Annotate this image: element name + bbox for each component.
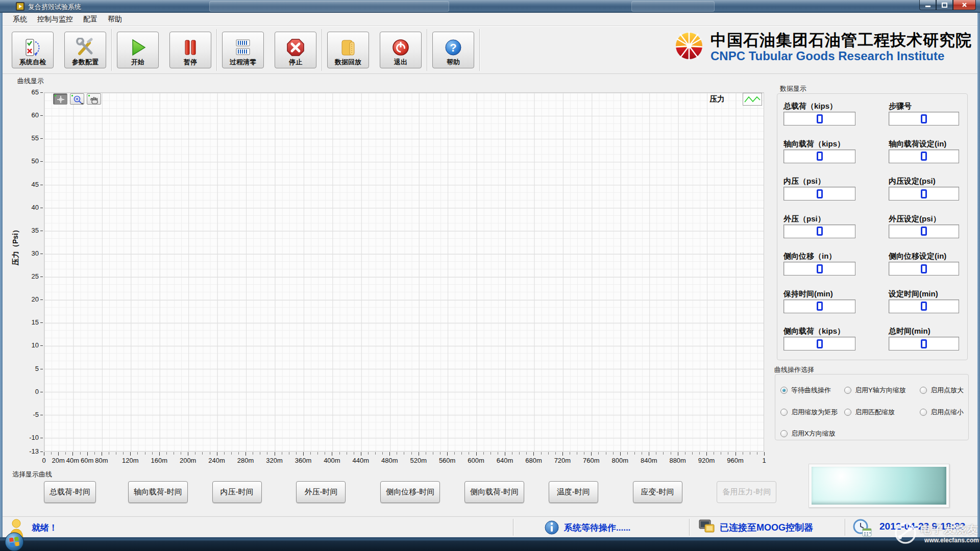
minimize-button[interactable] — [919, 0, 936, 10]
x-tick-label: 800m — [606, 457, 634, 464]
y-tick-mark — [40, 438, 43, 438]
toolbar-button-data-playback-folder[interactable]: 数据回放 — [327, 32, 369, 68]
data-field-label: 侧向位移（in） — [783, 252, 836, 261]
clock-calendar-icon — [851, 518, 874, 540]
cnpc-logo-icon — [673, 30, 705, 62]
radio-option-2[interactable]: 启用Y轴方向缩放 — [844, 386, 906, 395]
x-tick-mark — [562, 452, 563, 456]
x-tick-label: 720m — [548, 457, 577, 464]
taskbar[interactable] — [0, 540, 980, 551]
curve-button-2[interactable]: 轴向载荷-时间 — [128, 481, 188, 503]
self-check-icon — [23, 37, 42, 58]
toolbar-button-start-play[interactable]: 开始 — [117, 32, 159, 68]
app-window: 复合挤毁试验系统 系统控制与监控配置帮助 系统自检参数配置开始暂停过程清零停止数… — [0, 0, 980, 551]
help-question-icon: ? — [444, 37, 463, 58]
toolbar-button-counter-reset[interactable]: 过程清零 — [222, 32, 264, 68]
crosshair-tool-button[interactable] — [53, 93, 67, 105]
menu-item-3[interactable]: 配置 — [78, 13, 103, 26]
toolbar-separator — [427, 29, 427, 71]
x-tick-mark — [476, 452, 477, 456]
data-field-label: 步骤号 — [889, 102, 912, 111]
menu-item-1[interactable]: 系统 — [8, 13, 32, 26]
curve-button-5[interactable]: 侧向位移-时间 — [380, 481, 440, 503]
x-tick-label: 560m — [433, 457, 461, 464]
x-tick-label: 600m — [462, 457, 491, 464]
y-tick-label: 35 — [17, 227, 39, 234]
x-tick-mark — [736, 452, 736, 456]
digital-zero-digit — [817, 189, 823, 198]
x-tick-label: 240m — [203, 457, 231, 464]
radio-label: 启用点缩小 — [930, 408, 964, 417]
radio-label: 启用X方向缩放 — [791, 429, 836, 438]
y-tick-label: 0 — [17, 388, 39, 395]
x-tick-label: 360m — [289, 457, 317, 464]
data-field-value-display — [889, 337, 959, 350]
menu-item-4[interactable]: 帮助 — [103, 13, 127, 26]
digital-zero-digit — [817, 264, 823, 273]
data-field-value-display — [889, 187, 959, 201]
watermark-line2: www.elecfans.com — [920, 537, 979, 544]
window-border — [977, 13, 980, 540]
radio-option-6[interactable]: 启用点缩小 — [920, 408, 964, 417]
data-field-label: 轴向载荷设定(in) — [889, 139, 946, 149]
radio-option-4[interactable]: 启用缩放为矩形 — [780, 408, 838, 417]
radio-option-3[interactable]: 启用点放大 — [920, 386, 964, 395]
app-icon — [16, 2, 24, 11]
maximize-button[interactable] — [936, 0, 953, 10]
y-tick-mark — [40, 322, 43, 323]
toolbar-button-label: 暂停 — [184, 58, 197, 66]
x-tick-label: 760m — [577, 457, 605, 464]
x-tick-mark — [102, 452, 102, 456]
windows-start-button[interactable] — [4, 532, 24, 551]
curve-button-3[interactable]: 内压-时间 — [212, 481, 262, 503]
radio-label: 等待曲线操作 — [791, 386, 831, 395]
x-tick-mark — [706, 452, 707, 456]
digital-zero-digit — [921, 302, 927, 311]
curve-button-4[interactable]: 外压-时间 — [296, 481, 346, 503]
close-button[interactable] — [953, 0, 976, 10]
window-titlebar: 复合挤毁试验系统 — [0, 0, 980, 13]
toolbar-separator — [216, 29, 217, 71]
radio-label: 启用缩放为矩形 — [791, 408, 838, 417]
radio-option-5[interactable]: 启用匹配缩放 — [844, 408, 895, 417]
brand-title-chinese: 中国石油集团石油管工程技术研究院 — [710, 30, 966, 51]
zoom-magnifier-tool-button[interactable] — [70, 93, 84, 105]
toolbar-button-pause[interactable]: 暂停 — [169, 32, 211, 68]
data-field-value-display — [889, 224, 959, 238]
x-tick-mark — [58, 452, 59, 456]
toolbar-button-label: 帮助 — [447, 58, 460, 66]
pan-hand-tool-button[interactable] — [87, 93, 101, 105]
curve-button-8[interactable]: 应变-时间 — [633, 481, 682, 503]
radio-option-7[interactable]: 启用X方向缩放 — [780, 429, 836, 438]
toolbar-button-exit-power[interactable]: 退出 — [380, 32, 422, 68]
chart-plot-area[interactable] — [44, 92, 764, 452]
curve-button-6[interactable]: 侧向载荷-时间 — [464, 481, 524, 503]
radio-option-1[interactable]: 等待曲线操作 — [780, 386, 831, 395]
y-tick-label: 45 — [17, 181, 39, 188]
data-field-value-display — [783, 299, 855, 313]
toolbar-button-stop[interactable]: 停止 — [275, 32, 316, 68]
status-bar: 就绪！ 系统等待操作...... 已连接至MOOG控制器 2012-04-23 … — [3, 516, 977, 537]
y-tick-mark — [40, 415, 43, 415]
curve-button-1[interactable]: 总载荷-时间 — [44, 481, 96, 503]
data-field-label: 轴向载荷（kips） — [783, 139, 845, 149]
toolbar-separator — [111, 29, 112, 71]
digital-zero-digit — [921, 264, 927, 273]
data-field-value-display — [783, 337, 855, 350]
legend-line-sample[interactable] — [743, 93, 762, 106]
curve-button-7[interactable]: 温度-时间 — [549, 481, 598, 503]
y-tick-mark — [40, 369, 43, 369]
y-tick-label: -5 — [17, 411, 39, 418]
toolbar-button-settings-tools[interactable]: 参数配置 — [64, 32, 106, 68]
digital-zero-digit — [921, 114, 927, 123]
digital-zero-digit — [817, 339, 823, 348]
ready-status-text: 就绪！ — [32, 522, 58, 534]
toolbar-button-self-check[interactable]: 系统自检 — [12, 32, 54, 68]
y-tick-mark — [40, 92, 43, 93]
toolbar-button-help-question[interactable]: ?帮助 — [432, 32, 474, 68]
menu-item-2[interactable]: 控制与监控 — [32, 13, 78, 26]
x-tick-label: 880m — [664, 457, 692, 464]
x-tick-mark — [246, 452, 246, 456]
toolbar-button-label: 系统自检 — [19, 58, 46, 66]
window-border — [0, 13, 3, 540]
